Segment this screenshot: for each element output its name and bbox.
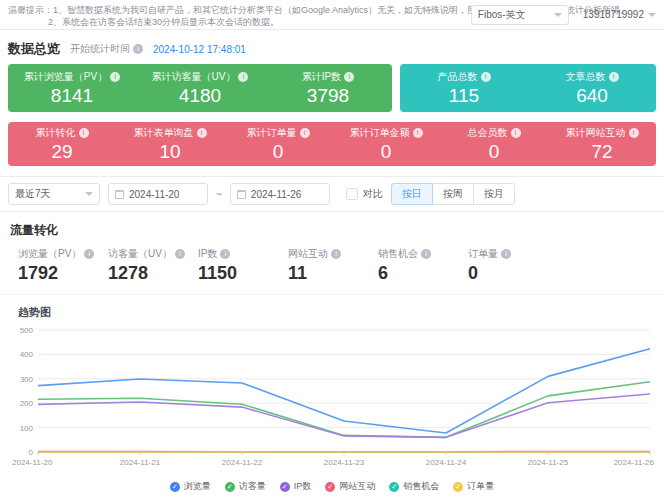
- start-time-label: 开始统计时间 i: [70, 42, 143, 56]
- start-time-label-text: 开始统计时间: [70, 42, 130, 56]
- info-icon[interactable]: i: [344, 72, 354, 82]
- cumulative-traffic-metric-label-text: 累计IP数: [302, 70, 341, 84]
- conversion-card: 累计转化i29累计表单询盘i10累计订单量i0累计订单金额i0总会员数i0累计网…: [8, 122, 656, 166]
- traffic-metric-value: 1150: [198, 263, 286, 284]
- legend-item-访客量[interactable]: ✓访客量: [225, 480, 266, 493]
- content-total-metric-label: 产品总数i: [400, 70, 528, 84]
- svg-text:2024-11-21: 2024-11-21: [120, 458, 161, 467]
- overview-cards-row1: 累计浏览量（PV）i8141累计访客量（UV）i4180累计IP数i3798 产…: [0, 64, 664, 112]
- content-total-metric-label: 文章总数i: [528, 70, 656, 84]
- series-line-IP数: [38, 394, 650, 437]
- info-icon[interactable]: i: [133, 44, 143, 54]
- calendar-icon: [237, 190, 246, 199]
- cumulative-conversion-metric-value: 0: [224, 141, 332, 162]
- traffic-metric-label: 访客量（UV）i: [108, 247, 196, 261]
- cumulative-conversion-metric-label: 累计转化i: [8, 126, 116, 140]
- cumulative-conversion-metric-label-text: 累计网站互动: [566, 126, 626, 140]
- date-to-input[interactable]: 2024-11-26: [230, 183, 330, 205]
- info-icon[interactable]: i: [609, 72, 619, 82]
- series-line-访客量: [38, 382, 650, 438]
- site-select-value: Fibos-英文: [478, 9, 526, 21]
- granularity-button-按周[interactable]: 按周: [432, 183, 474, 205]
- account-menu[interactable]: 13918719992: [583, 9, 656, 21]
- legend-item-订单量[interactable]: ✓订单量: [453, 480, 494, 493]
- cumulative-traffic-metric: 累计访客量（UV）i4180: [136, 70, 264, 106]
- info-icon[interactable]: i: [413, 128, 423, 138]
- info-icon[interactable]: i: [300, 128, 310, 138]
- svg-text:2024-11-22: 2024-11-22: [222, 458, 263, 467]
- date-from-input[interactable]: 2024-11-20: [108, 183, 208, 205]
- chevron-down-icon: [648, 13, 656, 17]
- traffic-metric: IP数i1150: [198, 247, 286, 284]
- account-phone: 13918719992: [583, 9, 644, 21]
- info-icon[interactable]: i: [238, 72, 248, 82]
- cumulative-traffic-metric-label-text: 累计访客量（UV）: [152, 70, 236, 84]
- info-icon[interactable]: i: [175, 249, 185, 259]
- series-line-浏览量: [38, 349, 650, 433]
- legend-item-IP数[interactable]: ✓IP数: [280, 480, 312, 493]
- cumulative-conversion-metric: 累计表单询盘i10: [116, 126, 224, 162]
- granularity-button-按日[interactable]: 按日: [391, 183, 433, 205]
- cumulative-traffic-metric-value: 3798: [264, 85, 392, 106]
- trend-chart-title: 趋势图: [18, 305, 656, 320]
- date-range-select[interactable]: 最近7天: [8, 183, 100, 205]
- site-select[interactable]: Fibos-英文: [471, 5, 569, 25]
- legend-check-icon: ✓: [170, 482, 180, 492]
- traffic-metric-label: 销售机会i: [378, 247, 466, 261]
- trend-chart-section: 趋势图 01002003004005002024-11-202024-11-21…: [0, 295, 664, 493]
- cumulative-traffic-metric-label: 累计访客量（UV）i: [136, 70, 264, 84]
- top-controls: Fibos-英文 13918719992: [471, 5, 656, 25]
- legend-check-icon: ✓: [325, 482, 335, 492]
- info-icon[interactable]: i: [501, 249, 511, 259]
- info-icon[interactable]: i: [629, 128, 639, 138]
- traffic-metric-label-text: 网站互动: [288, 247, 328, 261]
- cumulative-conversion-metric-label: 总会员数i: [440, 126, 548, 140]
- info-icon[interactable]: i: [421, 249, 431, 259]
- legend-item-浏览量[interactable]: ✓浏览量: [170, 480, 211, 493]
- traffic-metric-label-text: 访客量（UV）: [108, 247, 172, 261]
- granularity-button-group: 按日按周按月: [391, 183, 515, 205]
- page-title: 数据总览: [8, 40, 60, 58]
- compare-control: 对比: [346, 187, 383, 201]
- info-icon[interactable]: i: [220, 249, 230, 259]
- cumulative-conversion-metric: 累计订单量i0: [224, 126, 332, 162]
- compare-checkbox[interactable]: [346, 188, 358, 200]
- granularity-button-按月[interactable]: 按月: [473, 183, 515, 205]
- legend-check-icon: ✓: [389, 482, 399, 492]
- date-range-value: 最近7天: [15, 187, 51, 201]
- cumulative-conversion-metric: 累计网站互动i72: [548, 126, 656, 162]
- date-to-value: 2024-11-26: [251, 189, 301, 200]
- info-icon[interactable]: i: [79, 128, 89, 138]
- traffic-section-title: 流量转化: [10, 222, 656, 239]
- cumulative-conversion-metric-label: 累计表单询盘i: [116, 126, 224, 140]
- content-total-metric: 产品总数i115: [400, 70, 528, 106]
- cumulative-conversion-metric-label-text: 累计表单询盘: [134, 126, 194, 140]
- cumulative-traffic-metric-value: 4180: [136, 85, 264, 106]
- cumulative-traffic-metric: 累计浏览量（PV）i8141: [8, 70, 136, 106]
- info-icon[interactable]: i: [197, 128, 207, 138]
- info-icon[interactable]: i: [84, 249, 94, 259]
- legend-item-网站互动[interactable]: ✓网站互动: [325, 480, 375, 493]
- filter-bar: 最近7天 2024-11-20 ~ 2024-11-26 对比 按日按周按月: [0, 176, 664, 212]
- traffic-conversion-section: 流量转化 浏览量（PV）i1792访客量（UV）i1278IP数i1150网站互…: [0, 212, 664, 295]
- cumulative-traffic-metric-label: 累计浏览量（PV）i: [8, 70, 136, 84]
- cumulative-conversion-metric-label-text: 累计转化: [36, 126, 76, 140]
- legend-item-销售机会[interactable]: ✓销售机会: [389, 480, 439, 493]
- notice-bar: 温馨提示：1、智慧数据系统为我司自研产品，和其它统计分析类平台（如Google …: [0, 0, 664, 30]
- info-icon[interactable]: i: [481, 72, 491, 82]
- cumulative-conversion-metric-label: 累计订单金额i: [332, 126, 440, 140]
- traffic-metric-value: 1278: [108, 263, 196, 284]
- info-icon[interactable]: i: [331, 249, 341, 259]
- date-separator: ~: [216, 189, 222, 200]
- svg-text:200: 200: [20, 399, 34, 408]
- content-total-metric-value: 640: [528, 85, 656, 106]
- legend-label: 销售机会: [403, 480, 439, 493]
- traffic-metric-value: 11: [288, 263, 376, 284]
- svg-text:400: 400: [20, 350, 34, 359]
- svg-text:300: 300: [20, 375, 34, 384]
- legend-check-icon: ✓: [453, 482, 463, 492]
- info-icon[interactable]: i: [110, 72, 120, 82]
- trend-line-chart[interactable]: 01002003004005002024-11-202024-11-212024…: [8, 324, 656, 478]
- calendar-icon: [115, 190, 124, 199]
- info-icon[interactable]: i: [511, 128, 521, 138]
